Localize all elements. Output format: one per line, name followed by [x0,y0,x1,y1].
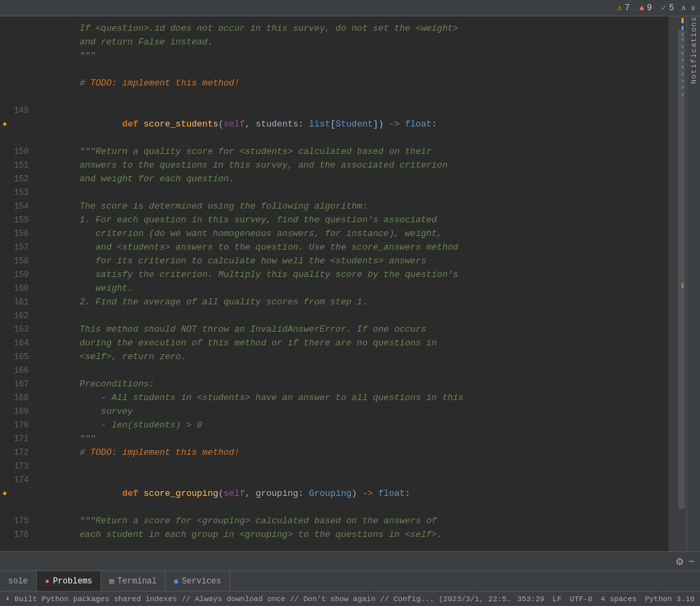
line-content: during the execution of this method or i… [37,337,655,350]
line-content: weight. [37,282,655,295]
tab-services[interactable]: ◉ Services [165,571,230,591]
gutter-icon [0,213,10,227]
line-number: 153 [10,186,37,200]
problems-label: Problems [53,577,92,586]
gutter-icon [0,49,10,63]
table-row: """ [0,49,655,63]
gutter-bookmark-icon: ◆ [0,104,10,145]
gutter-icon [0,90,10,104]
line-content: """ [37,49,655,63]
table-row: ◆ 174 def score_grouping(self, grouping:… [0,473,655,514]
line-number: 168 [10,391,37,405]
line-content: 2. Find the average of all quality score… [37,295,655,309]
line-number: 155 [10,213,37,227]
notifications-label: Notifications [690,16,698,90]
top-bar: ⚠ 7 ▲ 9 ✓ 5 ∧ ∨ [0,0,700,16]
warning-icon: ⚠ [617,3,622,13]
gutter-icon [0,309,10,323]
line-content: This method should NOT throw an InvalidA… [37,323,655,337]
gutter-icon [0,22,10,36]
gutter-icon [0,528,10,542]
ok-icon: ✓ [662,3,667,13]
gutter-icon [0,446,10,460]
tab-console[interactable]: sole [0,571,37,591]
tab-terminal[interactable]: ▤ Terminal [101,571,165,591]
gutter-icon [0,391,10,405]
line-number: 150 [10,145,37,159]
tab-problems[interactable]: ● Problems [37,571,101,591]
table-row: 169 survey [0,405,655,419]
table-row: 165 <self>, return zero. [0,350,655,364]
line-number [10,63,37,77]
table-row: 161 2. Find the average of all quality s… [0,295,655,309]
table-row: 150 """Return a quality score for <stude… [0,145,655,159]
line-content: and weight for each question. [37,172,655,186]
line-number: 176 [10,528,37,542]
line-content: """Return a score for <grouping> calcula… [37,514,655,528]
minimize-button[interactable]: − [688,556,695,567]
python-version[interactable]: Python 3.10 [645,595,695,603]
line-number: 159 [10,268,37,282]
line-content: - All students in <students> have an ans… [37,391,655,405]
gutter-icon [0,405,10,419]
chevron-up-button[interactable]: ∧ [679,3,688,12]
gutter-icon [0,323,10,337]
line-number: 164 [10,337,37,350]
gutter-icon [0,200,10,213]
line-content: 1. For each question in this survey, fin… [37,213,655,227]
table-row [0,63,655,77]
chevron-down-button[interactable]: ∨ [689,3,697,12]
line-number: 158 [10,254,37,268]
line-number: 151 [10,159,37,172]
table-row: 173 [0,460,655,473]
table-row: 158 for its criterion to calculate how w… [0,254,655,268]
line-number: 149 [10,104,37,145]
line-ending[interactable]: LF [552,595,561,603]
ok-indicator[interactable]: ✓ 5 [658,3,678,13]
gutter-icon [0,254,10,268]
table-row: If <question>.id does not occur in this … [0,22,655,36]
cursor-position[interactable]: 353:29 [517,595,545,603]
gutter-icon [0,186,10,200]
gutter-bookmark-icon: ◆ [0,473,10,514]
indent-size[interactable]: 4 spaces [601,595,637,603]
table-row: 153 [0,186,655,200]
scroll-thumb[interactable] [678,30,685,509]
line-content: The score is determined using the follow… [37,200,655,213]
error-icon: ▲ [639,3,644,13]
line-number: 172 [10,446,37,460]
code-lines: If <question>.id does not occur in this … [0,16,669,547]
line-content: def score_students(self, students: list[… [37,104,655,145]
code-editor[interactable]: If <question>.id does not occur in this … [0,16,669,551]
line-content: satisfy the criterion. Multiply this qua… [37,268,655,282]
line-content [37,309,655,323]
line-content [37,90,655,104]
status-message: ⬇ Built Python packages shared indexes /… [5,594,512,603]
problems-error-icon: ● [45,577,50,585]
encoding[interactable]: UTF-8 [570,595,593,603]
main-area: If <question>.id does not occur in this … [0,16,700,551]
line-content: - len(students) > 0 [37,419,655,432]
table-row: and return False instead. [0,36,655,49]
gutter-icon [0,460,10,473]
line-number [10,49,37,63]
line-number: 165 [10,350,37,364]
warnings-indicator[interactable]: ⚠ 7 [613,3,634,13]
gutter-icon [0,378,10,391]
line-content: and return False instead. [37,36,655,49]
gear-button[interactable]: ⚙ [675,556,684,567]
table-row: 167 Preconditions: [0,378,655,391]
gutter-icon [0,36,10,49]
line-number: 171 [10,432,37,446]
line-number: 163 [10,323,37,337]
line-number [10,77,37,90]
code-container[interactable]: If <question>.id does not occur in this … [0,16,669,551]
table-row: 176 each student in each group in <group… [0,528,655,542]
line-content [37,460,655,473]
table-row: 154 The score is determined using the fo… [0,200,655,213]
errors-indicator[interactable]: ▲ 9 [635,3,656,13]
table-row: 152 and weight for each question. [0,172,655,186]
error-count: 9 [647,3,651,13]
table-row: 164 during the execution of this method … [0,337,655,350]
scrollbar-area[interactable] [669,16,686,551]
